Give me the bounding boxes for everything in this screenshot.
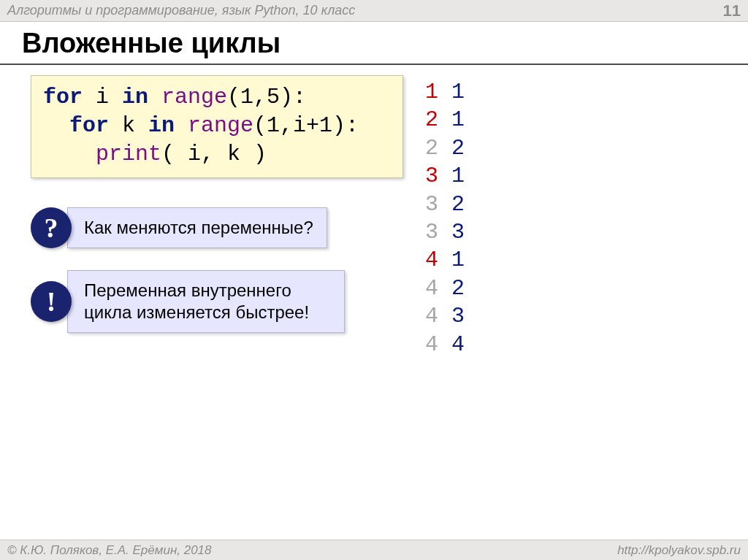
output-row: 4 1: [425, 246, 465, 274]
func-range: range: [175, 113, 253, 138]
exclamation-icon: !: [31, 281, 72, 322]
output-column: 1 12 12 23 13 23 34 14 24 34 4: [425, 75, 465, 358]
output-i: 3: [425, 220, 438, 245]
output-row: 4 4: [425, 331, 465, 358]
output-k: 1: [451, 164, 465, 188]
question-icon: ?: [31, 207, 72, 248]
output-row: 2 1: [425, 106, 465, 134]
header-title: Алгоритмы и программирование, язык Pytho…: [7, 3, 355, 18]
output-i: 4: [425, 304, 438, 329]
output-row: 2 2: [425, 134, 465, 162]
slide-footer: © К.Ю. Поляков, Е.А. Ерёмин, 2018 http:/…: [0, 540, 748, 560]
output-row: 4 3: [425, 302, 465, 330]
slide-header: Алгоритмы и программирование, язык Pytho…: [0, 0, 748, 22]
content-area: for i in range(1,5): for k in range(1,i+…: [0, 65, 748, 358]
output-row: 1 1: [425, 78, 465, 106]
output-i: 4: [425, 276, 438, 301]
output-i: 3: [425, 164, 438, 188]
exclamation-callout: ! Переменная внутреннего цикла изменяетс…: [31, 270, 440, 333]
output-k: 3: [451, 220, 465, 245]
keyword-for: for: [69, 113, 109, 138]
output-i: 1: [425, 80, 438, 104]
output-row: 3 3: [425, 218, 465, 246]
footer-copyright: © К.Ю. Поляков, Е.А. Ерёмин, 2018: [7, 543, 212, 558]
output-k: 4: [451, 332, 465, 357]
func-print: print: [96, 142, 161, 166]
output-row: 3 1: [425, 162, 465, 190]
question-callout: ? Как меняются переменные?: [31, 207, 440, 248]
page-number: 11: [723, 1, 741, 20]
output-i: 4: [425, 332, 438, 357]
output-k: 2: [451, 136, 465, 161]
main-title: Вложенные циклы: [0, 22, 748, 65]
output-i: 2: [425, 136, 438, 161]
keyword-in: in: [148, 113, 175, 138]
footer-url: http://kpolyakov.spb.ru: [617, 543, 741, 558]
output-k: 1: [451, 80, 465, 104]
output-i: 2: [425, 107, 438, 132]
output-i: 4: [425, 248, 438, 272]
code-block: for i in range(1,5): for k in range(1,i+…: [31, 75, 403, 178]
output-row: 4 2: [425, 275, 465, 302]
exclamation-text: Переменная внутреннего цикла изменяется …: [67, 270, 345, 333]
output-k: 3: [451, 304, 465, 329]
left-column: for i in range(1,5): for k in range(1,i+…: [31, 75, 440, 358]
keyword-in: in: [122, 85, 148, 110]
output-k: 1: [451, 107, 465, 132]
func-range: range: [148, 85, 227, 110]
output-block: 1 12 12 23 13 23 34 14 24 34 4: [425, 78, 465, 358]
output-row: 3 2: [425, 191, 465, 218]
keyword-for: for: [43, 85, 83, 110]
output-k: 2: [451, 276, 465, 301]
output-k: 1: [451, 248, 465, 272]
question-text: Как меняются переменные?: [67, 207, 327, 248]
output-k: 2: [451, 192, 465, 217]
output-i: 3: [425, 192, 438, 217]
